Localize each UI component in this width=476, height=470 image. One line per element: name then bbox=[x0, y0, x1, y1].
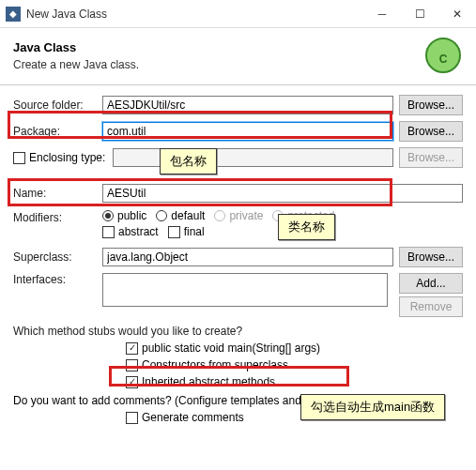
radio-icon bbox=[102, 210, 114, 221]
window-title: New Java Class bbox=[26, 8, 363, 21]
interfaces-label: Interfaces: bbox=[13, 273, 102, 286]
class-icon: C bbox=[423, 36, 463, 75]
checkbox-icon bbox=[168, 226, 180, 238]
radio-icon bbox=[214, 210, 225, 221]
interfaces-add-button[interactable]: Add... bbox=[399, 273, 463, 294]
titlebar: ◆ New Java Class ─ ☐ ✕ bbox=[0, 0, 476, 28]
interfaces-remove-button: Remove bbox=[399, 296, 463, 317]
package-label: Package: bbox=[13, 125, 102, 138]
modifier-private-radio: private bbox=[214, 209, 263, 222]
radio-icon bbox=[156, 210, 167, 221]
page-title: Java Class bbox=[13, 40, 423, 54]
checkbox-icon bbox=[102, 226, 115, 238]
modifier-final-checkbox[interactable]: final bbox=[168, 225, 205, 238]
annotation-callout-classname: 类名称 bbox=[278, 214, 335, 240]
minimize-button[interactable]: ─ bbox=[363, 0, 401, 28]
package-browse-button[interactable]: Browse... bbox=[399, 121, 463, 142]
name-input[interactable] bbox=[102, 184, 463, 203]
annotation-callout-main: 勾选自动生成main函数 bbox=[300, 394, 445, 420]
svg-text:C: C bbox=[439, 53, 448, 66]
source-folder-browse-button[interactable]: Browse... bbox=[399, 95, 463, 115]
modifier-public-radio[interactable]: public bbox=[102, 209, 146, 222]
form: Source folder: Browse... Package: Browse… bbox=[0, 85, 476, 437]
stub-constructors-checkbox[interactable]: Constructors from superclass bbox=[126, 358, 463, 371]
enclosing-type-label: Enclosing type: bbox=[29, 151, 105, 164]
enclosing-type-browse-button: Browse... bbox=[399, 147, 463, 168]
superclass-label: Superclass: bbox=[13, 250, 102, 264]
checkbox-icon bbox=[13, 152, 25, 164]
dialog-header: Java Class Create a new Java class. C bbox=[0, 28, 476, 85]
maximize-button[interactable]: ☐ bbox=[401, 0, 438, 28]
package-input[interactable] bbox=[102, 122, 393, 141]
checkbox-icon bbox=[126, 412, 138, 424]
modifiers-label: Modifiers: bbox=[13, 209, 102, 224]
checkbox-icon bbox=[126, 342, 138, 355]
name-label: Name: bbox=[13, 187, 102, 200]
page-description: Create a new Java class. bbox=[13, 58, 423, 71]
superclass-browse-button[interactable]: Browse... bbox=[399, 247, 463, 267]
modifier-abstract-checkbox[interactable]: abstract bbox=[102, 225, 159, 238]
stub-main-checkbox[interactable]: public static void main(String[] args) bbox=[126, 341, 463, 355]
stub-inherited-checkbox[interactable]: Inherited abstract methods bbox=[126, 375, 463, 388]
enclosing-type-checkbox[interactable]: Enclosing type: bbox=[13, 151, 105, 164]
source-folder-label: Source folder: bbox=[13, 99, 102, 112]
modifier-default-radio[interactable]: default bbox=[156, 209, 205, 222]
app-icon: ◆ bbox=[6, 7, 21, 22]
source-folder-input[interactable] bbox=[102, 96, 393, 114]
checkbox-icon bbox=[126, 376, 138, 388]
method-stubs-question: Which method stubs would you like to cre… bbox=[13, 325, 463, 338]
close-button[interactable]: ✕ bbox=[438, 0, 476, 28]
annotation-callout-package: 包名称 bbox=[160, 148, 217, 174]
checkbox-icon bbox=[126, 359, 138, 371]
interfaces-list[interactable] bbox=[102, 273, 388, 307]
superclass-input[interactable] bbox=[102, 248, 393, 266]
enclosing-type-input bbox=[113, 148, 393, 167]
